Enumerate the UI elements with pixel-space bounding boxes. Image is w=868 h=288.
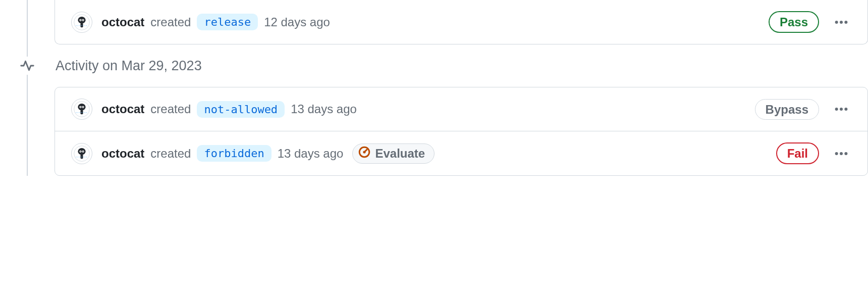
status-badge-pass: Pass: [769, 11, 819, 33]
timestamp: 13 days ago: [291, 102, 357, 116]
status-badge-fail: Fail: [776, 142, 819, 164]
evaluate-label: Evaluate: [375, 147, 425, 161]
activity-row: octocat created release 12 days ago Pass: [55, 0, 867, 44]
svg-point-24: [80, 151, 81, 152]
svg-point-14: [80, 107, 81, 108]
date-header-text: Activity on Mar 29, 2023: [56, 58, 202, 74]
actor-link[interactable]: octocat: [101, 147, 144, 161]
svg-point-1: [78, 17, 85, 24]
action-verb: created: [150, 147, 191, 161]
action-verb: created: [150, 102, 191, 116]
avatar[interactable]: [71, 12, 92, 33]
svg-point-29: [835, 152, 838, 155]
svg-rect-6: [80, 23, 83, 27]
svg-point-11: [78, 104, 85, 111]
svg-point-17: [835, 108, 838, 111]
avatar[interactable]: [71, 99, 92, 120]
activity-row: octocat created not-allowed 13 days ago …: [55, 87, 867, 131]
actor-link[interactable]: octocat: [101, 102, 144, 116]
svg-point-8: [840, 21, 843, 24]
svg-point-30: [840, 152, 843, 155]
svg-point-5: [83, 19, 84, 20]
timestamp: 13 days ago: [278, 147, 344, 161]
activity-card-group: octocat created release 12 days ago Pass: [55, 0, 868, 44]
branch-pill[interactable]: not-allowed: [197, 101, 285, 118]
kebab-menu-icon[interactable]: [831, 15, 851, 30]
branch-pill[interactable]: release: [197, 14, 258, 30]
svg-point-4: [80, 19, 81, 20]
svg-point-19: [844, 108, 847, 111]
meter-icon: [358, 146, 371, 162]
avatar[interactable]: [71, 143, 92, 164]
branch-pill[interactable]: forbidden: [197, 145, 271, 162]
svg-point-7: [835, 21, 838, 24]
svg-point-18: [840, 108, 843, 111]
activity-row: octocat created forbidden 13 days ago Ev…: [55, 131, 867, 175]
status-badge-bypass: Bypass: [755, 99, 819, 120]
action-verb: created: [150, 15, 191, 29]
pulse-icon: [18, 57, 36, 75]
kebab-menu-icon[interactable]: [831, 146, 851, 161]
svg-point-21: [78, 148, 85, 155]
timeline-line: [27, 0, 28, 176]
activity-card-group: octocat created not-allowed 13 days ago …: [55, 87, 868, 176]
evaluate-badge[interactable]: Evaluate: [352, 143, 435, 164]
actor-link[interactable]: octocat: [101, 15, 144, 29]
activity-date-header: Activity on Mar 29, 2023: [18, 44, 868, 87]
svg-rect-26: [80, 154, 83, 159]
kebab-menu-icon[interactable]: [831, 102, 851, 117]
timestamp: 12 days ago: [264, 15, 330, 29]
svg-point-31: [844, 152, 847, 155]
svg-point-9: [844, 21, 847, 24]
svg-point-25: [83, 151, 84, 152]
svg-point-15: [83, 107, 84, 108]
svg-rect-16: [80, 110, 83, 115]
